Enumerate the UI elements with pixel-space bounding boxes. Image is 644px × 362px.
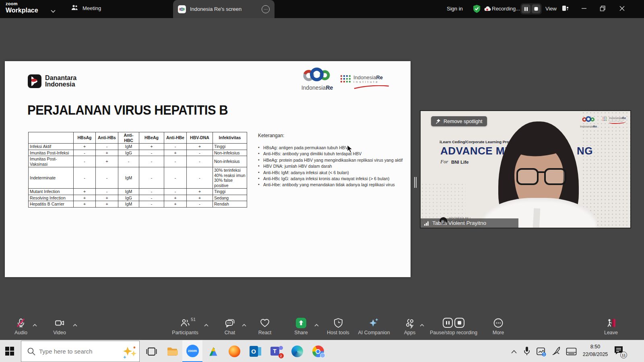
chat-chevron-up-icon[interactable] (242, 321, 246, 328)
table-header-cell: Anti-HBC (118, 132, 139, 144)
keterangan-item: Anti-HBc IgM: adanya infeksi akut (< 6 b… (258, 170, 411, 175)
table-cell: - (139, 156, 164, 167)
view-layout-icon[interactable] (562, 5, 569, 13)
task-view-icon[interactable] (141, 340, 161, 362)
participants-label: Participants (172, 330, 198, 335)
table-cell: - (164, 167, 187, 189)
hepatitis-table: HBsAgAnti-HBsAnti-HBCHBeAgAnti-HBeHBV-DN… (28, 132, 247, 208)
search-icon (27, 347, 36, 358)
table-cell: Tinggi (213, 189, 247, 195)
tab-options-ellipsis-icon[interactable]: … (262, 5, 270, 13)
apps-icon (405, 317, 415, 328)
portrait-shirt-placket (533, 208, 541, 228)
table-header-cell: Infektivitas (213, 132, 247, 144)
zoom-meeting-window: zoom Workplace Meeting Indonesia Re's sc… (0, 0, 644, 362)
restore-window-icon[interactable] (600, 5, 606, 13)
tray-photos-icon[interactable] (536, 347, 547, 358)
table-cell: - (74, 167, 96, 189)
tab-meeting[interactable]: Meeting (71, 4, 101, 12)
share-chevron-up-icon[interactable] (314, 321, 319, 328)
apps-chevron-up-icon[interactable] (420, 321, 424, 328)
toolbar-pause-icon[interactable] (443, 318, 453, 328)
tray-expand-chevron-icon[interactable] (511, 348, 517, 355)
windows-taskbar: zoom O T 2 (0, 340, 644, 362)
stop-recording-icon[interactable] (532, 4, 541, 13)
react-button[interactable]: React (255, 317, 275, 335)
keterangan-title: Keterangan: (258, 133, 411, 138)
remove-spotlight-button[interactable]: Remove spotlight (431, 116, 487, 126)
table-cell: + (164, 195, 187, 201)
table-cell: - (164, 156, 187, 167)
taskbar-search[interactable] (21, 341, 140, 362)
pause-recording-icon[interactable] (522, 4, 530, 13)
video-label: Video (53, 330, 66, 335)
video-slide-program-text: iLearn Ceding/Corporate Learning Program (440, 140, 518, 144)
tray-touch-keyboard-icon[interactable] (566, 348, 577, 357)
file-explorer-icon[interactable] (162, 340, 182, 362)
participants-button[interactable]: 51 Participants (172, 317, 198, 335)
pause-stop-recording-button[interactable]: Pause/stop recording (428, 317, 479, 335)
host-tools-button[interactable]: Host tools (325, 317, 351, 335)
institute-label-gray: Indonesia (353, 74, 376, 80)
institute-sub-label: Institute (353, 80, 390, 84)
google-drive-icon[interactable] (203, 340, 223, 362)
table-cell: IgM (118, 189, 139, 195)
audio-button[interactable]: Audio (10, 317, 32, 335)
ai-companion-button[interactable]: AI Companion (357, 317, 391, 335)
keterangan-item: Anti-Hbe: antibody yang menandakan tidak… (258, 182, 411, 187)
zoom-app-icon[interactable]: zoom (182, 340, 202, 362)
panel-drag-handle[interactable] (414, 177, 417, 188)
audio-chevron-up-icon[interactable] (33, 321, 37, 328)
table-cell: Imunitas Post-Vaksinasi (29, 156, 74, 167)
windows-start-icon[interactable] (5, 347, 14, 356)
toolbar-stop-icon[interactable] (454, 318, 464, 328)
chevron-down-icon[interactable] (51, 7, 56, 14)
table-row: Hepatitis B Carrier++IgM-+-Rendah (29, 201, 247, 208)
indonesiare-institute-logo: IndonesiaRe Institute (340, 75, 390, 91)
tray-pen-icon[interactable] (551, 346, 561, 358)
participants-chevron-up-icon[interactable] (204, 321, 208, 328)
participant-video-tile[interactable]: Indonesia iLearn Ceding/Corporate Learni… (420, 110, 631, 228)
outlook-icon[interactable]: O (245, 340, 265, 362)
notification-center-icon[interactable]: 11 (613, 345, 625, 357)
table-cell: - (96, 189, 118, 195)
pin-icon (436, 119, 441, 124)
table-cell: IgM (118, 144, 139, 150)
taskbar-clock[interactable]: 8:50 22/08/2025 (579, 343, 612, 358)
search-input[interactable] (39, 341, 120, 362)
teams-icon[interactable]: T 2 (266, 340, 286, 362)
close-icon[interactable] (619, 5, 625, 13)
heart-icon (260, 317, 270, 328)
table-cell: - (139, 189, 164, 195)
table-cell: - (96, 167, 118, 189)
view-button-label[interactable]: View (545, 6, 557, 12)
institute-dots-icon (340, 75, 351, 84)
apps-button[interactable]: Apps (400, 317, 419, 335)
share-button[interactable]: Share (291, 317, 311, 335)
table-row: Infeksi Aktif+-IgM+-+Tinggi (29, 144, 247, 150)
more-button[interactable]: More (489, 317, 508, 335)
leave-label: Leave (604, 330, 618, 335)
edge-icon[interactable] (287, 340, 307, 362)
tray-mic-icon[interactable] (524, 346, 530, 358)
search-highlights-sparkles-icon[interactable] (121, 345, 138, 360)
sign-in-link[interactable]: Sign in (447, 6, 463, 12)
chat-button[interactable]: Chat (221, 317, 239, 335)
video-slide-client-text: BNI Life (451, 160, 469, 165)
leave-button[interactable]: Leave (601, 317, 621, 335)
minimize-icon[interactable] (581, 5, 587, 13)
video-button[interactable]: Video (49, 317, 70, 335)
firefox-icon[interactable] (224, 340, 244, 362)
chrome-icon[interactable] (308, 340, 328, 362)
table-cell: Imunitas Post-Infeksi (29, 150, 74, 156)
table-header-cell: HBeAg (139, 132, 164, 144)
video-institute-logo: IndonesiaRe Institute (603, 117, 626, 124)
video-chevron-up-icon[interactable] (73, 321, 77, 328)
table-cell: IgM (118, 167, 139, 189)
tab-shared-screen[interactable]: Indonesia Re's screen … (173, 0, 275, 18)
security-shield-icon[interactable] (473, 4, 481, 15)
react-label: React (258, 330, 272, 335)
table-cell: + (96, 195, 118, 201)
slide-title: PERJALANAN VIRUS HEPATITIS B (27, 103, 228, 118)
table-cell: + (96, 201, 118, 208)
